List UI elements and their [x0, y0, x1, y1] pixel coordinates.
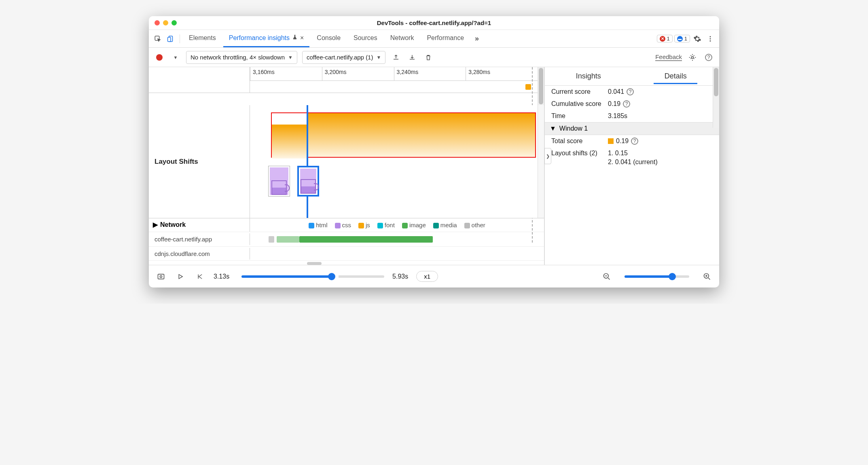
divider: [180, 34, 180, 43]
cls-bar-1[interactable]: [272, 125, 307, 159]
help-icon[interactable]: ?: [623, 100, 630, 108]
expand-side-icon[interactable]: ❯: [544, 148, 551, 164]
svg-rect-7: [158, 274, 164, 279]
maximize-window-icon[interactable]: [171, 20, 177, 25]
timeline-pane: 3,160ms 3,200ms 3,240ms 3,280ms Layout S…: [149, 67, 544, 265]
help-icon[interactable]: ?: [631, 137, 638, 145]
cls-region-outline: [271, 112, 536, 158]
filmstrip-frame-selected[interactable]: [297, 166, 319, 197]
layout-shifts-track[interactable]: [250, 105, 538, 218]
kebab-menu-icon[interactable]: [705, 33, 716, 44]
traffic-lights: [155, 20, 177, 25]
filmstrip-frame[interactable]: [268, 166, 290, 197]
svg-point-8: [160, 275, 162, 277]
footer-controls: 3.13s 5.93s x1: [149, 265, 719, 287]
layout-shift-item[interactable]: 2. 0.041 (current): [608, 159, 658, 166]
time-slider[interactable]: [241, 275, 334, 278]
svg-point-4: [710, 38, 711, 39]
horizontal-scroll-handle[interactable]: [307, 262, 322, 265]
network-domain-row[interactable]: coffee-cart.netlify.app: [149, 232, 544, 246]
panel-tabbar: Elements Performance insights × Console …: [149, 30, 719, 48]
swatch-font-icon: [377, 223, 383, 228]
record-dropdown-icon[interactable]: ▼: [170, 52, 181, 63]
settings-icon[interactable]: [692, 33, 703, 44]
playhead[interactable]: [307, 105, 308, 218]
devtools-window: DevTools - coffee-cart.netlify.app/?ad=1…: [149, 16, 719, 287]
window-section-header[interactable]: ▼ Window 1: [545, 122, 719, 135]
zoom-in-icon[interactable]: [701, 271, 713, 282]
device-toggle-icon[interactable]: [165, 33, 176, 44]
zoom-out-icon[interactable]: [601, 271, 612, 282]
swatch-image-icon: [402, 223, 408, 228]
jump-start-icon[interactable]: [194, 271, 205, 282]
panel-settings-icon[interactable]: [687, 52, 698, 63]
swatch-css-icon: [335, 223, 341, 228]
svg-point-5: [710, 40, 711, 41]
layout-shifts-row: Layout Shifts: [149, 105, 544, 218]
chevron-down-icon: ▼: [376, 55, 381, 60]
kv-cumulative-score: Cumulative score 0.19?: [545, 98, 719, 110]
error-icon: ✕: [660, 36, 665, 42]
inspect-icon[interactable]: [152, 33, 163, 44]
slider-knob-icon[interactable]: [328, 273, 335, 280]
layout-shift-item[interactable]: 1. 0.15: [608, 150, 628, 157]
flask-icon: [292, 34, 298, 42]
tab-console[interactable]: Console: [311, 30, 346, 47]
time-start: 3.13s: [214, 273, 229, 280]
network-section-toggle[interactable]: ▶ Network: [149, 218, 250, 231]
help-icon[interactable]: ?: [627, 88, 634, 95]
side-tab-insights[interactable]: Insights: [545, 69, 632, 84]
messages-badge[interactable]: ▬ 1: [674, 35, 690, 42]
tab-network[interactable]: Network: [385, 30, 420, 47]
slider-knob-icon[interactable]: [669, 273, 676, 280]
details-pane: ❯ Insights Details Current score 0.041? …: [544, 67, 719, 265]
preview-toggle-icon[interactable]: [155, 271, 167, 282]
ruler-tick: 3,240ms: [394, 67, 466, 80]
import-icon[interactable]: [406, 52, 418, 63]
help-icon[interactable]: ?: [703, 52, 714, 63]
kv-time: Time 3.185s: [545, 110, 719, 122]
side-tab-details[interactable]: Details: [632, 69, 720, 84]
playback-rate[interactable]: x1: [416, 271, 438, 282]
svg-point-3: [710, 36, 711, 37]
svg-rect-2: [168, 37, 171, 42]
delete-icon[interactable]: [423, 52, 434, 63]
caret-right-icon: ▶: [153, 221, 158, 228]
filmstrip: [268, 166, 319, 197]
export-icon[interactable]: [390, 52, 402, 63]
minimize-window-icon[interactable]: [163, 20, 168, 25]
kv-total-score: Total score 0.19?: [545, 135, 719, 147]
zoom-slider[interactable]: [625, 275, 689, 278]
close-window-icon[interactable]: [155, 20, 160, 25]
main-area: 3,160ms 3,200ms 3,240ms 3,280ms Layout S…: [149, 67, 719, 265]
feedback-link[interactable]: Feedback: [655, 53, 682, 61]
swatch-js-icon: [358, 223, 364, 228]
tab-performance[interactable]: Performance: [421, 30, 470, 47]
insights-toolbar: ▼ No network throttling, 4× slowdown ▼ c…: [149, 48, 719, 67]
recording-select[interactable]: coffee-cart.netlify.app (1) ▼: [302, 51, 385, 64]
network-domain-row[interactable]: cdnjs.cloudflare.com: [149, 246, 544, 261]
row-label-layout-shifts: Layout Shifts: [149, 105, 250, 218]
tab-sources[interactable]: Sources: [348, 30, 383, 47]
tab-performance-insights[interactable]: Performance insights ×: [223, 30, 310, 47]
kv-current-score: Current score 0.041?: [545, 86, 719, 98]
play-icon[interactable]: [175, 271, 186, 282]
record-button[interactable]: [154, 52, 165, 63]
more-tabs-icon[interactable]: »: [471, 33, 483, 44]
kv-layout-shifts: Layout shifts (2) 1. 0.15 2. 0.041 (curr…: [545, 147, 719, 168]
close-tab-icon[interactable]: ×: [300, 34, 304, 42]
ruler-tick: 3,160ms: [250, 67, 322, 80]
window-title: DevTools - coffee-cart.netlify.app/?ad=1: [149, 19, 719, 26]
vertical-scrollbar[interactable]: [538, 67, 544, 105]
message-icon: ▬: [677, 36, 683, 42]
cls-bar-2[interactable]: [307, 113, 535, 157]
throttling-select[interactable]: No network throttling, 4× slowdown ▼: [186, 51, 297, 64]
marker-icon[interactable]: [525, 84, 531, 90]
titlebar: DevTools - coffee-cart.netlify.app/?ad=1: [149, 16, 719, 30]
swatch-other-icon: [464, 223, 470, 228]
tab-elements[interactable]: Elements: [183, 30, 222, 47]
errors-badge[interactable]: ✕ 1: [657, 35, 673, 42]
score-swatch-icon: [608, 138, 614, 144]
network-legend: html css js font image media other: [250, 218, 544, 232]
network-section-row: ▶ Network html css js font image media o…: [149, 218, 544, 265]
